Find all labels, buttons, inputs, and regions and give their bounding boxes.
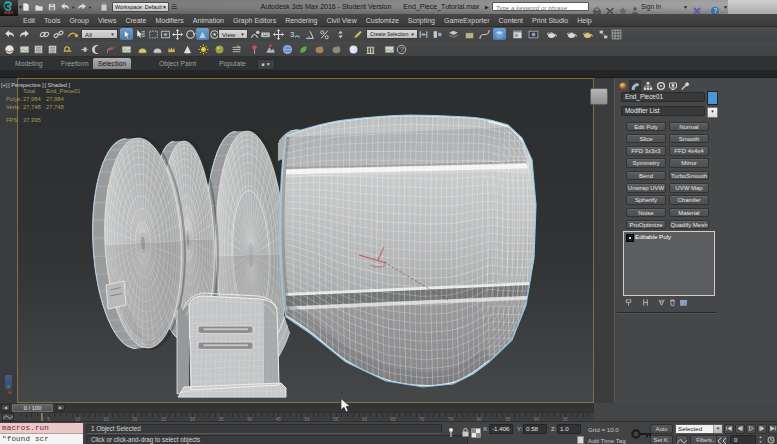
motion-tab[interactable]: [655, 80, 667, 92]
next-frame-button[interactable]: ▶: [56, 404, 65, 411]
crown-icon[interactable]: [165, 43, 178, 55]
undo-icon[interactable]: [59, 2, 71, 13]
mini-curve-editor-button[interactable]: [2, 413, 14, 421]
dome-light-icon[interactable]: [136, 43, 149, 55]
time-slider[interactable]: ◀ 0 / 100 ▶: [0, 403, 594, 412]
viewport-layout-tab[interactable]: [5, 375, 12, 390]
modifier-button-material[interactable]: Material: [669, 208, 709, 218]
menu-graph-editors[interactable]: Graph Editors: [233, 17, 276, 24]
modify-tab[interactable]: [629, 80, 641, 92]
modifier-button-quadify-mesh[interactable]: Quadify Mesh: [669, 220, 709, 230]
populate-idle-icon[interactable]: [330, 43, 343, 55]
redo-dropdown-arrow-icon[interactable]: ▼: [88, 5, 92, 10]
render-setup-icon[interactable]: [511, 28, 524, 40]
exchange-apps-icon[interactable]: [692, 2, 704, 12]
connect-icon[interactable]: [78, 43, 91, 55]
help-icon[interactable]: ?: [710, 2, 722, 12]
go-to-end-button[interactable]: [768, 424, 777, 434]
menu-edit[interactable]: Edit: [23, 17, 35, 24]
select-object-icon[interactable]: [120, 28, 133, 40]
ribbon-minimize-icon[interactable]: ■ ▼: [257, 59, 275, 70]
display-tab[interactable]: [667, 80, 679, 92]
communication-center-icon[interactable]: [605, 2, 617, 12]
modifier-button-prooptimize[interactable]: ProOptimize: [626, 220, 666, 230]
ribbon-tab-populate[interactable]: Populate: [214, 58, 251, 69]
toolbox-icon[interactable]: [463, 28, 476, 40]
menu-create[interactable]: Create: [125, 17, 146, 24]
modifier-button-turbosmooth[interactable]: TurboSmooth: [669, 171, 709, 181]
search-history-arrow-icon[interactable]: ▶: [485, 4, 489, 10]
environment-icon[interactable]: [91, 43, 104, 55]
columns-icon[interactable]: [364, 43, 377, 55]
terrain-icon[interactable]: [264, 43, 277, 55]
go-to-start-button[interactable]: [724, 424, 734, 434]
unlink-selection-icon[interactable]: [52, 28, 65, 40]
project-folder-icon[interactable]: [98, 2, 110, 13]
search-input[interactable]: Type a keyword or phrase: [492, 2, 589, 11]
modifier-button-bend[interactable]: Bend: [626, 171, 666, 181]
x-coord-field[interactable]: -1.406: [489, 424, 513, 434]
modifier-button-noise[interactable]: Noise: [626, 208, 666, 218]
selection-set-arrow-icon[interactable]: ▼: [713, 425, 722, 433]
cone-icon[interactable]: [181, 43, 194, 55]
olive-sphere-icon[interactable]: [213, 43, 226, 55]
grid-icon[interactable]: [610, 28, 623, 40]
undo-dropdown-arrow-icon[interactable]: ▼: [71, 5, 75, 10]
selection-filter-dropdown[interactable]: All▼: [81, 29, 118, 39]
undo-view-icon[interactable]: [3, 43, 16, 55]
layer-explorer-icon[interactable]: [46, 43, 59, 55]
select-by-name-icon[interactable]: [134, 28, 147, 40]
remove-modifier-icon[interactable]: [667, 297, 678, 307]
civil-view-globe-icon[interactable]: [281, 43, 294, 55]
menu-scripting[interactable]: Scripting: [408, 17, 435, 24]
modifier-button-chamfer[interactable]: Chamfer: [669, 195, 709, 205]
selection-filter-dropdown-arrow-icon[interactable]: ▼: [109, 30, 116, 38]
ribbon-tab-object-paint[interactable]: Object Paint: [154, 58, 201, 69]
sketch-lines-icon[interactable]: [230, 43, 243, 55]
foliage-icon[interactable]: [297, 43, 310, 55]
create-tab[interactable]: [617, 80, 629, 92]
menu-content[interactable]: Content: [499, 17, 524, 24]
render-iterative-icon[interactable]: [565, 28, 578, 40]
mirror-icon[interactable]: [417, 28, 430, 40]
scene-explorer-icon[interactable]: [32, 43, 45, 55]
paint-deform-icon[interactable]: [104, 43, 117, 55]
show-end-result-icon[interactable]: [640, 297, 651, 307]
workspace-dropdown-arrow-icon[interactable]: ▼: [162, 3, 167, 12]
select-and-link-icon[interactable]: [38, 28, 51, 40]
object-color-swatch[interactable]: [707, 91, 718, 105]
menu-print-studio[interactable]: Print Studio: [532, 17, 568, 24]
absolute-mode-icon[interactable]: [471, 424, 481, 442]
menu-animation[interactable]: Animation: [193, 17, 224, 24]
sky-light-icon[interactable]: [151, 43, 164, 55]
modifier-button-slice[interactable]: Slice: [626, 134, 666, 144]
time-slider-handle[interactable]: 0 / 100: [12, 404, 53, 412]
modifier-button-ffd-4x4x4[interactable]: FFD 4x4x4: [669, 146, 709, 156]
material-editor-icon[interactable]: [493, 28, 506, 40]
select-and-move-icon[interactable]: [171, 28, 184, 40]
keyboard-shortcut-override-icon[interactable]: [259, 28, 272, 40]
isolate-selection-icon[interactable]: [446, 424, 456, 442]
modifier-button-unwrap-uvw[interactable]: Unwrap UVW: [626, 183, 666, 193]
time-configuration-icon[interactable]: [766, 435, 776, 444]
viewport-shading-label[interactable]: [ Shaded ]: [45, 82, 70, 88]
named-selection-sets-dropdown[interactable]: Create Selection▼: [366, 29, 418, 39]
track-bar[interactable]: 5101520253035404550556065707580859095: [0, 412, 594, 421]
containers-icon[interactable]: [61, 43, 74, 55]
reference-coordinate-system-dropdown-arrow-icon[interactable]: ▼: [239, 30, 246, 38]
ribbon-tab-freeform[interactable]: Freeform: [56, 58, 94, 69]
make-unique-icon[interactable]: [656, 297, 667, 307]
angle-snap-toggle-icon[interactable]: [303, 28, 316, 40]
rendered-frame-window-icon[interactable]: [527, 28, 540, 40]
percent-snap-toggle-icon[interactable]: [318, 28, 331, 40]
ribbon-tab-modeling[interactable]: Modeling: [10, 58, 48, 69]
modifier-button-edit-poly[interactable]: Edit Poly: [626, 122, 666, 132]
3ds-max-logo[interactable]: MAX: [0, 0, 18, 16]
modifier-button-spherify[interactable]: Spherify: [626, 195, 666, 205]
snap-toggle-2d-icon[interactable]: [272, 28, 285, 40]
asset-tracking-icon[interactable]: [120, 43, 133, 55]
modifier-list-arrow-icon[interactable]: ▼: [707, 107, 718, 118]
viewport-background-icon[interactable]: [18, 43, 31, 55]
search-icon[interactable]: [592, 2, 604, 12]
previous-frame-button[interactable]: [735, 424, 745, 434]
